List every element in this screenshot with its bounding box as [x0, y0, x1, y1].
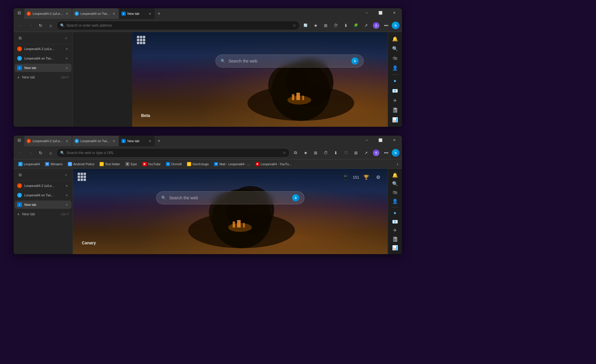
bottom-tab-1-close[interactable]: ✕	[65, 139, 69, 143]
top-sidebar-tabs-icon[interactable]: ⧉	[16, 34, 24, 42]
top-ntp-search-box[interactable]: 🔍 Search the web b	[215, 54, 364, 68]
top-tab-2[interactable]: t Leopeva64 on Twi... ✕	[72, 8, 119, 19]
bottom-new-tab-button[interactable]: +	[155, 136, 163, 146]
top-collections2-btn[interactable]: ⊞	[321, 21, 330, 30]
bottom-more-btn[interactable]: •••	[382, 148, 391, 157]
bottom-star-icon[interactable]: ☆	[283, 151, 286, 155]
top-profile-btn[interactable]: ⚙	[372, 21, 381, 30]
bottom-sidebar-collapse-btn[interactable]: ‹	[62, 171, 70, 179]
bottom-rs-search-btn[interactable]: 🔍	[390, 180, 400, 188]
top-tab-3[interactable]: e New tab ✕	[119, 8, 155, 19]
bottom-rs-chart-btn[interactable]: 📊	[390, 244, 400, 252]
bottom-favorites-btn[interactable]: ★	[301, 148, 310, 157]
top-tab-1-close[interactable]: ✕	[65, 11, 69, 16]
top-ntp-phone-btn[interactable]: 📱	[400, 36, 402, 45]
bottom-share-btn[interactable]: ↗	[362, 148, 370, 157]
top-more-btn[interactable]: •••	[382, 21, 391, 30]
bottom-sidebar-toggle[interactable]: ⊟	[15, 136, 24, 145]
top-sidebar-tab-2-close[interactable]: ✕	[64, 56, 69, 61]
bottom-bm-onmsft[interactable]: O Onmsft	[164, 161, 184, 167]
bottom-sidebar-tab-2[interactable]: t Leopeva64 on Twi... ✕	[15, 191, 71, 199]
top-tab-1[interactable]: r Leopeva64-2 (u/Le... ✕	[24, 8, 72, 19]
top-rs-note-btn[interactable]: 📓	[390, 105, 400, 115]
top-reload-button[interactable]: ↻	[36, 21, 45, 30]
bottom-rs-person-btn[interactable]: 👤	[390, 197, 400, 205]
top-ntp-bing-icon[interactable]: b	[351, 57, 359, 65]
bottom-extensions-btn[interactable]: ⊞	[351, 148, 360, 157]
bottom-rs-note-btn[interactable]: 📓	[390, 235, 400, 243]
bottom-rs-bell-btn[interactable]: 🔔	[390, 171, 400, 179]
bottom-tab-3-close[interactable]: ✕	[148, 139, 152, 143]
bottom-apps-grid-btn[interactable]	[78, 173, 87, 182]
bottom-profile-btn[interactable]: ⚙	[372, 148, 381, 157]
bottom-sidebar-tab-3-close[interactable]: ✕	[64, 202, 69, 207]
top-sidebar-new-tab[interactable]: + New tab Ctrl+T	[15, 73, 71, 81]
bottom-sidebar-tab-3[interactable]: e New tab ✕	[15, 201, 71, 209]
top-apps-grid-btn[interactable]	[137, 36, 146, 45]
top-bing-icon[interactable]: b	[392, 22, 400, 29]
top-tab-2-close[interactable]: ✕	[111, 11, 116, 16]
bottom-maximize-button[interactable]: ⬜	[374, 136, 387, 145]
top-star-icon[interactable]: ☆	[293, 23, 296, 28]
top-history-btn[interactable]: ⏱	[331, 21, 340, 30]
bottom-rs-plane-btn[interactable]: ✈	[390, 226, 400, 234]
bottom-reload-button[interactable]: ↻	[36, 148, 45, 157]
bottom-ntp-search-box[interactable]: 🔍 Search the web b	[156, 191, 304, 204]
top-sidebar-tab-1-close[interactable]: ✕	[64, 46, 69, 51]
top-collections-btn[interactable]: 🔄	[301, 21, 310, 30]
top-sidebar-collapse-btn[interactable]: ‹	[62, 34, 70, 42]
bottom-tab-1[interactable]: r Leopeva64-2 (u/Le... ✕	[24, 136, 72, 146]
bottom-bm-winaero[interactable]: W Winaero	[43, 161, 65, 167]
bottom-heart-btn[interactable]: ♡	[341, 148, 350, 157]
bottom-history-btn[interactable]: ⏱	[321, 148, 330, 157]
bottom-sidebar-tab-2-close[interactable]: ✕	[64, 193, 69, 198]
top-downloads-btn[interactable]: ⬇	[341, 21, 350, 30]
top-sidebar-tab-3[interactable]: e New tab ✕	[15, 64, 71, 72]
top-minimize-button[interactable]: ─	[360, 8, 373, 17]
bottom-rs-bag-btn[interactable]: 🛍	[390, 189, 400, 197]
bottom-close-button[interactable]: ✕	[388, 136, 401, 145]
bottom-collections-btn[interactable]: ⊞	[311, 148, 320, 157]
top-sidebar-toggle[interactable]: ⊟	[15, 8, 24, 17]
bottom-bm-test-folder[interactable]: 📁 Test folder	[97, 161, 122, 167]
top-address-input[interactable]	[66, 23, 291, 28]
bottom-bm-leopeva64[interactable]: L Leopeva64	[16, 161, 42, 167]
top-forward-button[interactable]: →	[26, 21, 35, 30]
top-rs-outlook-btn[interactable]: 📧	[390, 86, 400, 95]
top-rs-plane-btn[interactable]: ✈	[390, 96, 400, 105]
top-tab-3-close[interactable]: ✕	[148, 11, 152, 16]
top-rs-chart-btn[interactable]: 📊	[390, 115, 400, 124]
bottom-address-input[interactable]	[66, 151, 281, 155]
bottom-bm-mail[interactable]: M Mail - Leopeva64 - ...	[212, 161, 252, 167]
bottom-ntp-phone-btn[interactable]: 📱	[341, 172, 350, 182]
top-favorites-btn[interactable]: ★	[311, 21, 320, 30]
bottom-bookmarks-more[interactable]: ›	[396, 161, 400, 167]
bottom-ntp-trophy-btn[interactable]: 🏆	[362, 172, 371, 182]
top-close-button[interactable]: ✕	[388, 8, 401, 17]
bottom-bing-icon[interactable]: b	[392, 149, 400, 157]
bottom-sidebar-tab-1-close[interactable]: ✕	[64, 183, 69, 188]
top-extensions-btn[interactable]: 🧩	[351, 21, 360, 30]
bottom-bm-yt2[interactable]: ▶ Leopeva64 - YouTu...	[253, 161, 294, 167]
bottom-bm-android-police[interactable]: A Android Police	[65, 161, 97, 167]
bottom-back-button[interactable]: ←	[16, 148, 25, 157]
bottom-minimize-button[interactable]: ─	[360, 136, 373, 145]
bottom-bm-epic[interactable]: E Epic	[123, 161, 139, 167]
bottom-rs-outlook-btn[interactable]: 📧	[390, 218, 400, 226]
bottom-sidebar-new-tab[interactable]: + New tab Ctrl+T	[15, 210, 71, 218]
bottom-ntp-settings-btn[interactable]: ⚙	[373, 172, 383, 182]
bottom-sidebar-tabs-icon[interactable]: ⧉	[16, 171, 24, 179]
top-new-tab-button[interactable]: +	[155, 8, 163, 19]
bottom-split-btn[interactable]: ⧉	[291, 148, 300, 157]
bottom-sidebar-tab-1[interactable]: r Leopeva64-2 (u/Le... ✕	[15, 182, 71, 190]
bottom-rs-circle-btn[interactable]: ●	[390, 209, 400, 217]
bottom-ntp-bing-icon[interactable]: b	[292, 194, 299, 201]
bottom-forward-button[interactable]: →	[26, 148, 35, 157]
top-back-button[interactable]: ←	[16, 21, 25, 30]
bottom-tab-3[interactable]: e New tab ✕	[119, 136, 155, 146]
bottom-bm-youtube[interactable]: ▶ YouTube	[140, 161, 163, 167]
top-sidebar-tab-2[interactable]: t Leopeva64 on Twi... ✕	[15, 54, 71, 62]
top-rs-circle-btn[interactable]: ●	[390, 76, 400, 86]
bottom-address-bar[interactable]: 🔍 ☆	[56, 148, 290, 158]
top-sidebar-tab-3-close[interactable]: ✕	[64, 65, 69, 70]
